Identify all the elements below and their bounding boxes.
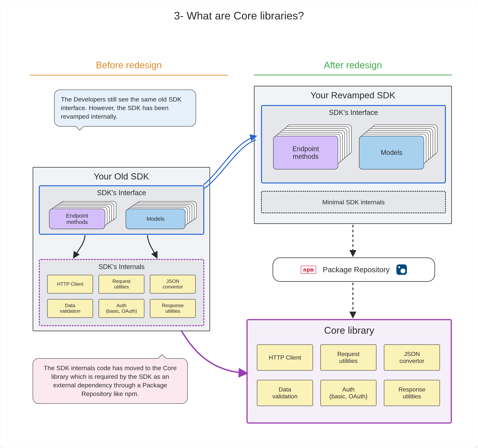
- package-repository: npm Package Repository: [273, 258, 435, 282]
- core-chip-http-client: HTTP Client: [257, 344, 313, 371]
- old-sdk-internals-title: SDK's Internals: [40, 263, 203, 271]
- new-sdk-title: Your Revamped SDK: [254, 90, 451, 100]
- callout-top-text: The Developers still see the same old SD…: [61, 96, 182, 120]
- core-chip-response-utilities: Response utilities: [384, 380, 440, 406]
- npm-icon: npm: [301, 266, 316, 274]
- old-models-card: Models: [126, 209, 185, 229]
- diagram-title: 3- What are Core libraries?: [0, 9, 478, 22]
- package-repository-label: Package Repository: [323, 265, 390, 274]
- arrow-internals-to-core: [181, 330, 246, 373]
- core-chip-data-validation: Data validation: [257, 380, 313, 406]
- old-sdk-box: Your Old SDK SDK's Interface Endpoint me…: [33, 167, 210, 331]
- chip-data-validation: Data validation: [47, 299, 93, 318]
- minimal-internals-text: Minimal SDK internals: [322, 198, 385, 206]
- old-sdk-interface-title: SDK's Interface: [40, 189, 203, 197]
- underline-before: [30, 75, 228, 76]
- new-models-stack: Models: [359, 125, 437, 173]
- chip-response-utilities: Response utilities: [150, 299, 196, 318]
- chip-auth: Auth (basic, OAuth): [99, 299, 144, 318]
- core-library-title: Core library: [248, 325, 451, 336]
- core-library-box: Core library HTTP Client Request utiliti…: [246, 319, 452, 423]
- core-chip-auth: Auth (basic, OAuth): [321, 380, 377, 406]
- underline-after: [254, 75, 452, 75]
- old-models-stack: Models: [126, 201, 197, 229]
- new-sdk-interface-title: SDK's Interface: [262, 109, 445, 117]
- callout-bottom-text: The SDK internals code has moved to the …: [44, 364, 177, 397]
- diagram-canvas: 3- What are Core libraries? Before redes…: [0, 0, 478, 448]
- minimal-internals-bar: Minimal SDK internals: [261, 191, 446, 213]
- chip-request-utilities: Request utilities: [99, 275, 144, 294]
- new-endpoint-stack: Endpoint methods: [273, 125, 352, 173]
- new-models-card: Models: [359, 136, 424, 169]
- old-sdk-title: Your Old SDK: [33, 171, 209, 182]
- nuget-icon: [396, 264, 407, 275]
- new-endpoint-card: Endpoint methods: [273, 136, 338, 169]
- core-chip-request-utilities: Request utilities: [321, 344, 377, 371]
- chip-json-convertor: JSON convertor: [150, 275, 196, 294]
- callout-top: The Developers still see the same old SD…: [54, 90, 196, 127]
- old-sdk-interface: SDK's Interface Endpoint methods Models: [39, 185, 204, 235]
- chip-http-client: HTTP Client: [47, 275, 93, 294]
- core-chip-json-convertor: JSON convertor: [384, 344, 440, 371]
- callout-bottom: The SDK internals code has moved to the …: [33, 358, 188, 404]
- old-endpoint-stack: Endpoint methods: [49, 201, 116, 229]
- old-sdk-internals: SDK's Internals HTTP Client Request util…: [39, 259, 204, 326]
- arrow-interface-migrate-1: [203, 136, 256, 185]
- new-sdk-interface: SDK's Interface Endpoint methods Models: [261, 105, 446, 184]
- arrow-interface-migrate-2: [204, 140, 256, 189]
- old-endpoint-card: Endpoint methods: [49, 209, 105, 229]
- new-sdk-box: Your Revamped SDK SDK's Interface Endpoi…: [254, 86, 452, 224]
- section-header-before: Before redesign: [30, 60, 228, 71]
- section-header-after: After redesign: [254, 60, 452, 71]
